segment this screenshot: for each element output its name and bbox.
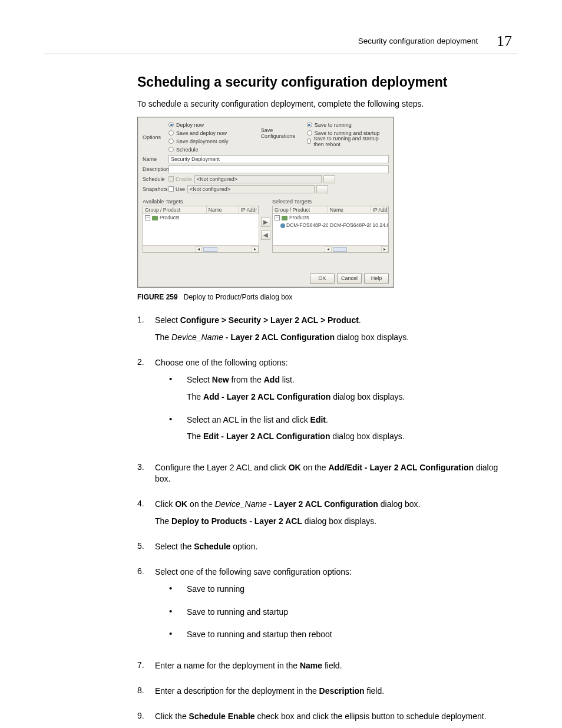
step-8: 8. Enter a description for the deploymen… [137,686,506,703]
running-header: Security configuration deployment 17 [44,32,518,50]
option-save-and-deploy-now[interactable]: Save and deploy now [168,129,229,137]
add-target-button[interactable]: ▶ [261,218,270,227]
schedule-enable-checkbox[interactable] [168,176,174,182]
procedure-steps: 1. Select Configure > Security > Layer 2… [137,315,506,728]
deploy-dialog: Options Deploy now Save and deploy now S… [137,117,394,288]
dialog-top: Options Deploy now Save and deploy now S… [138,117,394,154]
save-to-running[interactable]: Save to running [307,121,389,129]
snapshots-value: <Not configured> [187,185,315,193]
radio-icon [307,139,312,144]
name-label: Name [143,156,168,162]
figure-text: Deploy to Product/Ports dialog box [184,293,293,301]
intro-paragraph: To schedule a security configuration dep… [137,98,506,110]
available-grid[interactable]: Group / Product Name IP Addr −Products ◂… [143,206,259,253]
step-9: 9. Click the Schedule Enable check box a… [137,711,506,728]
save-to-running-and-startup-then-reboot[interactable]: Save to running and startup then reboot [307,137,389,146]
scroll-thumb[interactable] [333,247,347,252]
save-configurations-label: Save Configurations [261,127,307,139]
table-row[interactable]: −Products [273,214,388,222]
radio-icon [168,122,174,127]
radio-icon [307,130,312,136]
col-group: Group / Product [143,206,207,213]
radio-icon [168,139,174,144]
folder-icon [152,216,158,220]
step-6: 6. Select one of the following save conf… [137,566,506,653]
list-item: •Save to running and startup then reboot [155,629,506,646]
option-deploy-now[interactable]: Deploy now [168,121,229,129]
figure-caption: FIGURE 259 Deploy to Product/Ports dialo… [137,292,506,302]
step-1: 1. Select Configure > Security > Layer 2… [137,315,506,349]
running-title: Security configuration deployment [358,37,478,45]
options-label: Options [143,134,168,140]
step-5: 5. Select the Schedule option. [137,541,506,558]
device-icon [280,223,285,228]
tree-collapse-icon[interactable]: − [275,215,280,220]
selected-grid[interactable]: Group / Product Name IP Addr −Products D… [272,206,389,253]
dialog-button-bar: OK Cancel Help [310,274,389,284]
schedule-enable-label: Enable [176,176,192,182]
scroll-left-icon[interactable]: ◂ [325,246,332,252]
name-input[interactable]: Security Deployment [168,155,389,163]
folder-icon [282,216,287,220]
scroll-right-icon[interactable]: ▸ [252,246,259,252]
header-rule [44,54,518,54]
selected-targets: Selected Targets Group / Product Name IP… [272,196,389,253]
available-targets: Available Targets Group / Product Name I… [143,196,259,253]
options-group: Options Deploy now Save and deploy now S… [143,121,261,154]
option-schedule[interactable]: Schedule [168,146,229,154]
option-save-deployment-only[interactable]: Save deployment only [168,137,229,146]
cancel-button[interactable]: Cancel [337,274,362,284]
schedule-label: Schedule [143,176,168,182]
step-4: 4. Click OK on the Device_Name - Layer 2… [137,499,506,533]
table-row[interactable]: −Products [143,214,259,222]
radio-icon [307,122,312,127]
step-7: 7. Enter a name for the deployment in th… [137,660,506,677]
snapshots-use-checkbox[interactable] [168,186,174,192]
snapshots-label: Snapshots [143,186,168,192]
description-label: Description [143,166,168,172]
selected-label: Selected Targets [272,199,389,205]
help-button[interactable]: Help [364,274,389,284]
page-title: Scheduling a security configuration depl… [137,74,506,90]
dialog-fields: Name Security Deployment Description Sch… [138,154,394,193]
step-3: 3. Configure the Layer 2 ACL and click O… [137,462,506,490]
list-item: •Save to running and startup [155,607,506,624]
targets-area: Available Targets Group / Product Name I… [138,196,394,253]
list-item: • Select New from the Add list. The Add … [155,374,506,409]
scroll-right-icon[interactable]: ▸ [381,246,388,252]
list-item: • Select an ACL in the list and click Ed… [155,414,506,449]
col-ip: IP Addr [371,206,388,213]
h-scrollbar[interactable]: ◂ ▸ [143,245,259,252]
scroll-left-icon[interactable]: ◂ [195,246,202,252]
transfer-buttons: ▶ ◀ [259,205,272,253]
page: Security configuration deployment 17 Sch… [0,0,562,728]
chapter-number: 17 [497,32,512,50]
radio-icon [168,130,174,136]
schedule-value: <Not configured> [194,175,322,183]
description-input[interactable] [168,165,389,173]
step-2: 2. Choose one of the following options: … [137,357,506,454]
snapshots-use-label: Use [176,186,185,192]
figure-label: FIGURE 259 [137,293,178,301]
col-group: Group / Product [273,206,328,213]
h-scrollbar[interactable]: ◂ ▸ [273,245,388,252]
radio-icon [168,147,174,152]
scroll-thumb[interactable] [203,247,217,252]
schedule-ellipsis-button[interactable] [323,175,335,183]
tree-collapse-icon[interactable]: − [145,215,150,220]
snapshots-ellipsis-button[interactable] [316,185,328,193]
save-configurations-group: Save Configurations Save to running Save… [261,121,389,154]
ok-button[interactable]: OK [310,274,335,284]
available-label: Available Targets [143,199,259,205]
remove-target-button[interactable]: ◀ [261,230,270,240]
table-row[interactable]: DCM-FOS648P-206 [10 DCM-FOS648P-206 10.2… [273,222,388,229]
col-name: Name [207,206,239,213]
col-name: Name [328,206,371,213]
content-column: Scheduling a security configuration depl… [137,74,506,728]
col-ip: IP Addr [239,206,259,213]
list-item: •Save to running [155,584,506,601]
